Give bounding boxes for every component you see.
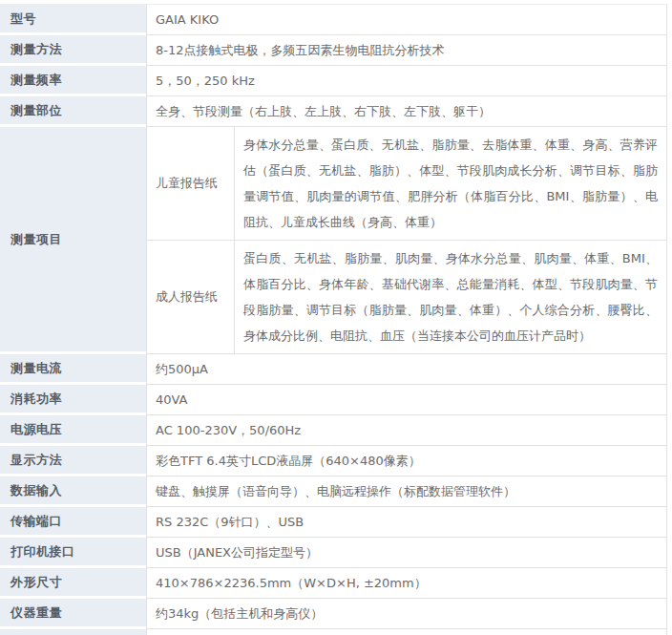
row-data-input: 数据输入 键盘、触摸屏（语音向导）、电脑远程操作（标配数据管理软件） <box>0 476 666 507</box>
row-measure-frequency-label: 测量频率 <box>0 66 146 96</box>
row-printer-port-label: 打印机接口 <box>0 538 146 568</box>
row-data-input-label: 数据输入 <box>0 476 146 507</box>
row-display-method-value: 彩色TFT 6.4英寸LCD液晶屏（640×480像素） <box>146 446 666 476</box>
row-dimensions-value: 410×786×2236.5mm（W×D×H, ±20mm） <box>146 568 666 599</box>
row-measure-frequency-value: 5，50，250 kHz <box>146 66 666 96</box>
row-model-value: GAIA KIKO <box>146 5 666 35</box>
sub-row-child-report: 儿童报告纸 身体水分总量、蛋白质、无机盐、脂肪量、去脂体重、体重、身高、营养评估… <box>146 127 666 241</box>
row-transfer-port: 传输端口 RS 232C（9针口）、USB <box>0 507 666 538</box>
measure-items-subtable: 儿童报告纸 身体水分总量、蛋白质、无机盐、脂肪量、去脂体重、体重、身高、营养评估… <box>146 127 666 354</box>
row-measure-parts: 测量部位 全身、节段测量（右上肢、左上肢、右下肢、左下肢、躯干） <box>0 96 666 127</box>
row-dimensions: 外形尺寸 410×786×2236.5mm（W×D×H, ±20mm） <box>0 568 666 599</box>
sub-row-adult-report-value: 蛋白质、无机盐、脂肪量、肌肉量、身体水分总量、肌肉量、体重、BMI、体脂百分比、… <box>234 241 666 354</box>
row-weight-label: 仪器重量 <box>0 599 146 629</box>
sub-row-adult-report: 成人报告纸 蛋白质、无机盐、脂肪量、肌肉量、身体水分总量、肌肉量、体重、BMI、… <box>146 241 666 354</box>
row-weight-value: 约34kg（包括主机和身高仪） <box>146 599 666 629</box>
row-cutoff <box>0 629 666 635</box>
row-measure-current-value: 约500μA <box>146 354 666 385</box>
row-measure-items: 测量项目 儿童报告纸 身体水分总量、蛋白质、无机盐、脂肪量、去脂体重、体重、身高… <box>0 127 666 354</box>
row-display-method-label: 显示方法 <box>0 446 146 476</box>
row-power-voltage-label: 电源电压 <box>0 415 146 446</box>
row-model-label: 型号 <box>0 5 146 35</box>
row-transfer-port-label: 传输端口 <box>0 507 146 538</box>
row-power-voltage-value: AC 100-230V，50/60Hz <box>146 415 666 446</box>
sub-row-adult-report-label: 成人报告纸 <box>146 241 234 354</box>
spec-table: 型号 GAIA KIKO 测量方法 8-12点接触式电极，多频五因素生物电阻抗分… <box>0 4 667 635</box>
row-cutoff-label <box>0 629 146 635</box>
row-measure-parts-value: 全身、节段测量（右上肢、左上肢、右下肢、左下肢、躯干） <box>146 96 666 127</box>
spec-page: 型号 GAIA KIKO 测量方法 8-12点接触式电极，多频五因素生物电阻抗分… <box>0 0 672 635</box>
row-display-method: 显示方法 彩色TFT 6.4英寸LCD液晶屏（640×480像素） <box>0 446 666 476</box>
sub-row-child-report-label: 儿童报告纸 <box>146 127 234 241</box>
row-power-consumption-label: 消耗功率 <box>0 385 146 415</box>
row-measure-method: 测量方法 8-12点接触式电极，多频五因素生物电阻抗分析技术 <box>0 35 666 66</box>
row-transfer-port-value: RS 232C（9针口）、USB <box>146 507 666 538</box>
sub-row-child-report-value: 身体水分总量、蛋白质、无机盐、脂肪量、去脂体重、体重、身高、营养评估（蛋白质、无… <box>234 127 666 241</box>
row-data-input-value: 键盘、触摸屏（语音向导）、电脑远程操作（标配数据管理软件） <box>146 476 666 507</box>
row-cutoff-value <box>146 629 666 635</box>
row-weight: 仪器重量 约34kg（包括主机和身高仪） <box>0 599 666 629</box>
row-printer-port-value: USB（JANEX公司指定型号） <box>146 538 666 568</box>
row-dimensions-label: 外形尺寸 <box>0 568 146 599</box>
row-measure-items-label: 测量项目 <box>0 127 146 354</box>
row-measure-current-label: 测量电流 <box>0 354 146 385</box>
row-measure-current: 测量电流 约500μA <box>0 354 666 385</box>
row-measure-frequency: 测量频率 5，50，250 kHz <box>0 66 666 96</box>
row-model: 型号 GAIA KIKO <box>0 5 666 35</box>
row-power-voltage: 电源电压 AC 100-230V，50/60Hz <box>0 415 666 446</box>
row-power-consumption-value: 40VA <box>146 385 666 415</box>
row-measure-method-label: 测量方法 <box>0 35 146 66</box>
row-measure-parts-label: 测量部位 <box>0 96 146 127</box>
row-printer-port: 打印机接口 USB（JANEX公司指定型号） <box>0 538 666 568</box>
row-measure-method-value: 8-12点接触式电极，多频五因素生物电阻抗分析技术 <box>146 35 666 66</box>
row-power-consumption: 消耗功率 40VA <box>0 385 666 415</box>
